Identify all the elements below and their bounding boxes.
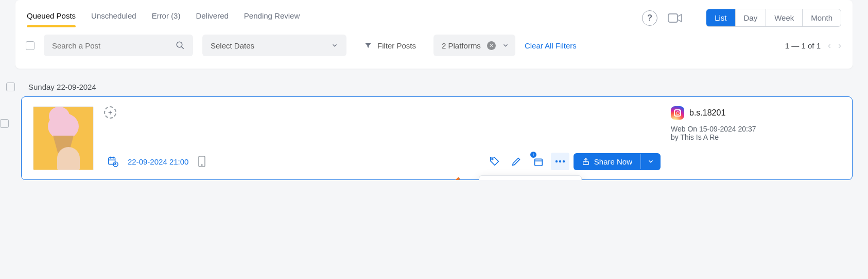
chevron-down-icon xyxy=(502,42,509,49)
target-icon[interactable]: + xyxy=(104,106,116,119)
pagination-text: 1 — 1 of 1 xyxy=(785,41,821,50)
share-dropdown[interactable] xyxy=(640,154,661,169)
post-footer: 22-09-2024 21:00 + xyxy=(104,153,661,170)
svg-rect-2 xyxy=(109,158,115,165)
select-day-checkbox[interactable] xyxy=(6,83,15,91)
svg-rect-7 xyxy=(534,159,542,166)
account-meta-2: by This Is A Re xyxy=(671,133,841,141)
post-datetime: 22-09-2024 21:00 xyxy=(128,157,188,166)
tab-queued-posts[interactable]: Queued Posts xyxy=(27,8,76,27)
more-dropdown: Duplicate Delete xyxy=(479,175,582,180)
tab-unscheduled[interactable]: Unscheduled xyxy=(91,8,136,27)
platforms-label: 2 Platforms xyxy=(442,41,481,50)
prev-page[interactable]: ‹ xyxy=(828,40,831,51)
tab-error[interactable]: Error (3) xyxy=(152,8,181,27)
help-icon[interactable]: ? xyxy=(642,10,657,26)
search-container xyxy=(44,35,193,56)
date-header-text: Sunday 22-09-2024 xyxy=(28,83,96,91)
tab-delivered[interactable]: Delivered xyxy=(196,8,228,27)
select-post-checkbox[interactable] xyxy=(0,119,9,128)
clear-platforms-icon[interactable]: ✕ xyxy=(487,41,496,50)
chevron-down-icon xyxy=(331,42,338,49)
post-body: + 22-09-2024 21:00 xyxy=(104,106,661,170)
search-icon[interactable] xyxy=(176,41,185,50)
tab-pending-review[interactable]: Pending Review xyxy=(244,8,300,27)
date-group-header: Sunday 22-09-2024 xyxy=(0,81,868,96)
more-icon[interactable] xyxy=(551,153,569,170)
share-now-button[interactable]: Share Now xyxy=(574,153,661,170)
svg-point-9 xyxy=(559,160,561,162)
post-card: + 22-09-2024 21:00 xyxy=(21,96,853,180)
select-dates[interactable]: Select Dates xyxy=(202,35,346,56)
queue-icon[interactable]: + xyxy=(529,153,547,170)
view-day[interactable]: Day xyxy=(735,9,766,26)
svg-point-8 xyxy=(555,160,558,162)
schedule-icon[interactable] xyxy=(104,153,121,170)
share-now-label: Share Now xyxy=(594,157,632,166)
view-list[interactable]: List xyxy=(706,9,735,26)
tabs: Queued Posts Unscheduled Error (3) Deliv… xyxy=(15,0,853,27)
platforms-filter[interactable]: 2 Platforms ✕ xyxy=(433,35,515,56)
share-icon xyxy=(582,157,590,166)
post-side-info: b.s.18201 Web On 15-09-2024 20:37 by Thi… xyxy=(671,106,841,170)
tag-icon[interactable] xyxy=(486,153,504,170)
post-actions: + Share Now xyxy=(486,153,661,170)
svg-point-6 xyxy=(492,158,493,160)
filter-posts-label: Filter Posts xyxy=(377,41,416,50)
search-input[interactable] xyxy=(52,41,176,50)
svg-point-5 xyxy=(201,165,202,166)
instagram-icon xyxy=(671,106,684,120)
svg-point-1 xyxy=(177,42,182,47)
account-name: b.s.18201 xyxy=(689,108,725,118)
filter-bar: Select Dates Filter Posts 2 Platforms ✕ … xyxy=(15,27,853,63)
select-all-checkbox[interactable] xyxy=(26,41,34,50)
mobile-icon[interactable] xyxy=(195,153,209,170)
clear-all-filters[interactable]: Clear All Filters xyxy=(525,41,577,50)
post-thumbnail[interactable] xyxy=(33,106,94,170)
svg-rect-0 xyxy=(668,14,678,22)
pagination: 1 — 1 of 1 ‹ › xyxy=(785,40,841,51)
view-toggle: List Day Week Month xyxy=(706,9,841,27)
next-page[interactable]: › xyxy=(838,40,841,51)
view-week[interactable]: Week xyxy=(766,9,802,26)
filter-icon xyxy=(364,41,372,50)
account-meta-1: Web On 15-09-2024 20:37 xyxy=(671,125,841,133)
edit-icon[interactable] xyxy=(508,153,525,170)
svg-point-10 xyxy=(563,160,565,162)
top-panel: Queued Posts Unscheduled Error (3) Deliv… xyxy=(15,0,853,69)
video-icon[interactable] xyxy=(668,12,683,24)
filter-posts[interactable]: Filter Posts xyxy=(356,35,424,56)
select-dates-label: Select Dates xyxy=(211,41,254,50)
view-month[interactable]: Month xyxy=(802,9,841,26)
menu-duplicate[interactable]: Duplicate xyxy=(479,179,581,180)
